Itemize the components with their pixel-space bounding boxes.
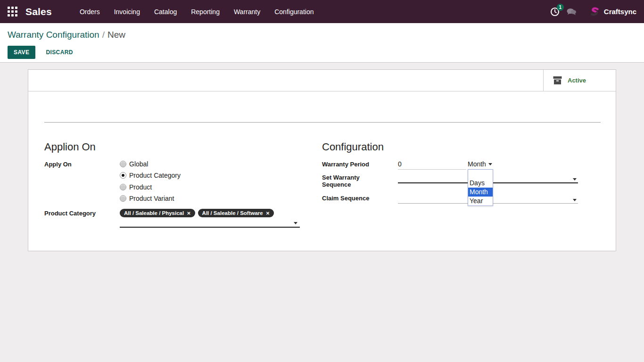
tag-physical[interactable]: All / Saleable / Physical ✕: [120, 209, 195, 217]
radio-icon: [120, 195, 126, 202]
unit-option-month[interactable]: Month: [468, 188, 493, 197]
warranty-period-input-underline[interactable]: [398, 169, 466, 170]
radio-product-variant[interactable]: Product Variant: [120, 195, 174, 202]
company-logo: [589, 6, 600, 17]
nav-item-configuration[interactable]: Configuration: [269, 5, 319, 18]
record-title-field[interactable]: [44, 122, 601, 123]
nav-item-invoicing[interactable]: Invoicing: [109, 5, 145, 18]
nav-menu: Orders Invoicing Catalog Reporting Warra…: [74, 5, 319, 18]
activity-badge: 1: [557, 4, 564, 11]
warranty-form-card: Active Applion On Apply On Global Produc…: [28, 69, 616, 251]
breadcrumb-current: New: [107, 30, 125, 40]
archive-box-icon: [553, 76, 562, 85]
nav-item-warranty[interactable]: Warranty: [229, 5, 265, 18]
remove-tag-icon[interactable]: ✕: [266, 211, 270, 216]
product-category-label: Product Category: [44, 210, 117, 217]
set-warranty-sequence-caret[interactable]: [573, 178, 577, 181]
active-toggle[interactable]: Active: [543, 70, 616, 91]
tag-software[interactable]: All / Saleable / Software ✕: [198, 209, 274, 217]
radio-product-category[interactable]: Product Category: [120, 172, 181, 179]
radio-checked-icon: [120, 172, 126, 179]
nav-item-reporting[interactable]: Reporting: [186, 5, 225, 18]
unit-option-year[interactable]: Year: [468, 197, 493, 206]
breadcrumb-parent[interactable]: Warranty Configuration: [8, 30, 99, 40]
radio-icon: [120, 184, 126, 190]
discard-button[interactable]: DISCARD: [43, 46, 75, 59]
nav-item-catalog[interactable]: Catalog: [149, 5, 182, 18]
app-name[interactable]: Sales: [25, 6, 52, 17]
control-panel: Warranty Configuration/New SAVE DISCARD: [0, 23, 644, 63]
select-caret-icon: [488, 163, 492, 165]
set-warranty-sequence-label: Set Warranty Sequence: [322, 174, 374, 188]
apply-on-label: Apply On: [44, 161, 117, 168]
remove-tag-icon[interactable]: ✕: [187, 211, 190, 216]
warranty-period-value[interactable]: 0: [398, 160, 402, 168]
breadcrumb-separator: /: [99, 30, 107, 40]
product-category-input[interactable]: [120, 227, 300, 228]
form-header: Active: [28, 70, 616, 91]
radio-icon: [120, 161, 126, 167]
apps-menu-icon[interactable]: [8, 7, 17, 16]
section-heading-configuration: Configuration: [322, 141, 384, 153]
claim-sequence-label: Claim Sequence: [322, 195, 393, 202]
unit-option-days[interactable]: Days: [468, 179, 493, 188]
breadcrumb: Warranty Configuration/New: [8, 30, 636, 40]
company-name: Craftsync: [604, 8, 636, 16]
main-content: Active Applion On Apply On Global Produc…: [0, 63, 644, 362]
warranty-period-unit-select[interactable]: Month: [468, 160, 492, 168]
warranty-period-unit-dropdown: Days Month Year: [468, 169, 493, 206]
active-toggle-label: Active: [568, 77, 586, 84]
nav-item-orders[interactable]: Orders: [74, 5, 105, 18]
save-button[interactable]: SAVE: [8, 46, 35, 59]
claim-sequence-caret[interactable]: [573, 199, 577, 201]
messages-icon[interactable]: [566, 8, 577, 16]
warranty-period-label: Warranty Period: [322, 161, 393, 168]
product-category-dropdown-caret[interactable]: [294, 222, 297, 224]
section-heading-applion-on: Applion On: [44, 141, 96, 153]
activity-clock-icon[interactable]: 1: [550, 7, 560, 16]
unit-option-empty[interactable]: [468, 170, 493, 179]
product-category-tags: All / Saleable / Physical ✕ All / Saleab…: [120, 209, 274, 217]
radio-product[interactable]: Product: [120, 183, 152, 191]
user-menu[interactable]: Craftsync: [589, 6, 636, 17]
top-navbar: Sales Orders Invoicing Catalog Reporting…: [0, 0, 644, 23]
radio-global[interactable]: Global: [120, 160, 148, 168]
